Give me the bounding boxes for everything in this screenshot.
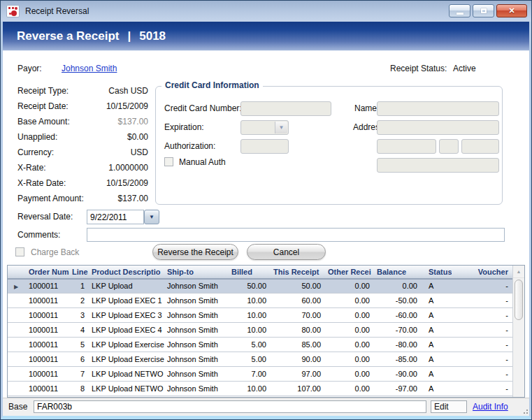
grid-cell: A [422, 326, 452, 334]
grid-cell: 1000011 [26, 370, 69, 378]
grid-cell: - [452, 355, 512, 363]
column-header[interactable]: Product Descriptio [89, 268, 164, 276]
restore-button[interactable] [473, 4, 494, 17]
close-button[interactable]: ✕ [496, 4, 527, 17]
table-row[interactable]: 10000117LKP Upload NETWOJohnson Smith7.0… [8, 367, 512, 382]
table-row[interactable]: 10000119LKP Upload ExerciseJohnson Smith… [8, 396, 512, 397]
detail-row: Payment Amount:$137.00 [17, 191, 148, 206]
grid-cell: A [422, 384, 452, 393]
grid-cell: 0.00 [374, 282, 422, 290]
grid-cell: 1000011 [26, 282, 69, 290]
grid-cell: 90.00 [271, 355, 325, 363]
grid-cell: LKP Upload NETWO [89, 370, 164, 378]
grid-cell: 1 [69, 282, 89, 290]
grid-cell: Johnson Smith [164, 340, 229, 349]
grid-cell: 10.00 [229, 384, 271, 393]
authorization-field [240, 139, 289, 154]
column-header[interactable]: Other Recei [325, 268, 374, 276]
grid-cell: 10.00 [229, 311, 271, 319]
scrollbar-thumb[interactable] [515, 280, 523, 320]
table-row[interactable]: 10000112LKP Upload EXEC 1Johnson Smith10… [8, 294, 512, 308]
grid-cell: - [452, 296, 512, 305]
detail-label: X-Rate: [17, 163, 46, 173]
expiration-combobox: ▼ [240, 120, 289, 135]
grid-cell: Johnson Smith [164, 311, 229, 319]
line-items-grid: Order NumbLineProduct DescriptioShip-toB… [7, 265, 525, 398]
credit-card-number-field [240, 101, 331, 116]
column-header[interactable]: Ship-to [164, 268, 229, 276]
table-row[interactable]: 10000114LKP Upload EXEC 4Johnson Smith10… [8, 323, 512, 338]
grid-cell: 1000011 [26, 326, 69, 334]
grid-cell: 7.00 [229, 370, 271, 378]
reversal-date-dropdown-button[interactable]: ▼ [144, 210, 159, 224]
grid-cell: 3 [69, 311, 89, 319]
grid-cell: Johnson Smith [164, 326, 229, 334]
scroll-up-button[interactable]: ▲ [513, 266, 524, 278]
detail-value: $0.00 [127, 132, 148, 142]
grid-cell: 0.00 [325, 384, 374, 393]
column-header[interactable]: Billed [229, 268, 271, 276]
grid-cell: - [452, 311, 512, 319]
table-row[interactable]: ▶10000111LKP UploadJohnson Smith50.0050.… [8, 279, 512, 294]
grid-cell: A [422, 282, 452, 290]
grid-cell: 70.00 [271, 311, 325, 319]
table-row[interactable]: 10000118LKP Upload NETWOJohnson Smith10.… [8, 382, 512, 396]
column-header[interactable]: Balance [374, 268, 422, 276]
cancel-button[interactable]: Cancel [247, 244, 326, 260]
grid-vertical-scrollbar[interactable]: ▲ [512, 266, 524, 397]
grid-cell: LKP Upload NETWO [89, 384, 164, 393]
grid-viewport: Order NumbLineProduct DescriptioShip-toB… [8, 266, 512, 397]
detail-value: Cash USD [108, 86, 148, 96]
column-header[interactable]: Status [422, 268, 452, 276]
page-title: Reverse a Receipt [17, 29, 119, 43]
authorization-label: Authorization: [164, 141, 215, 151]
reversal-date-input[interactable] [87, 210, 144, 224]
grid-cell: -70.00 [374, 326, 422, 334]
grid-cell: 97.00 [271, 370, 325, 378]
grid-cell: Johnson Smith [164, 370, 229, 378]
grid-cell: LKP Upload EXEC 3 [89, 311, 164, 319]
column-header[interactable]: Voucher [452, 268, 512, 276]
minimize-button[interactable] [449, 4, 470, 17]
table-row[interactable]: 10000116LKP Upload ExerciseJohnson Smith… [8, 352, 512, 367]
charge-back-label: Charge Back [31, 247, 79, 257]
grid-cell: 1000011 [26, 311, 69, 319]
status-section-label: Base [8, 402, 27, 412]
receipt-status-value: Active [453, 64, 476, 73]
status-field[interactable] [34, 400, 426, 413]
title-bar: Receipt Reversal ✕ [1, 1, 531, 22]
manual-auth-label: Manual Auth [179, 157, 226, 167]
payor-link[interactable]: Johnson Smith [62, 64, 117, 73]
grid-cell: Johnson Smith [164, 384, 229, 393]
country-field [377, 158, 499, 173]
comments-input[interactable] [87, 228, 505, 242]
detail-row: Base Amount:$137.00 [17, 114, 148, 129]
grid-cell: A [422, 311, 452, 319]
audit-info-link[interactable]: Audit Info [473, 402, 508, 412]
window-title: Receipt Reversal [25, 6, 89, 16]
grid-cell: 0.00 [325, 282, 374, 290]
grid-cell: 0.00 [325, 311, 374, 319]
table-row[interactable]: 10000113LKP Upload EXEC 3Johnson Smith10… [8, 308, 512, 323]
grid-cell: 85.00 [271, 340, 325, 349]
row-marker: ▶ [8, 282, 26, 290]
detail-row: Receipt Type:Cash USD [17, 83, 148, 99]
grid-cell: 0.00 [325, 355, 374, 363]
page-banner: Reverse a Receipt | 5018 [3, 22, 529, 51]
table-row[interactable]: 10000115LKP Upload ExerciseJohnson Smith… [8, 338, 512, 352]
credit-card-group-legend: Credit Card Information [161, 80, 263, 90]
column-header[interactable]: This Receipt [271, 268, 325, 276]
minimize-icon [456, 13, 463, 15]
grid-cell: 10.00 [229, 326, 271, 334]
detail-value: 1.0000000 [108, 163, 148, 173]
row-selector-icon: ▶ [10, 284, 18, 290]
resize-grip-icon[interactable] [521, 407, 528, 414]
grid-cell: 0.00 [325, 370, 374, 378]
zip-field [461, 139, 499, 154]
grid-cell: A [422, 355, 452, 363]
grid-cell: 1000011 [26, 296, 69, 305]
grid-cell: A [422, 296, 452, 305]
reverse-receipt-button[interactable]: Reverse the Receipt [152, 244, 238, 260]
column-header[interactable]: Order Numb [26, 268, 69, 276]
column-header[interactable]: Line [69, 268, 89, 276]
